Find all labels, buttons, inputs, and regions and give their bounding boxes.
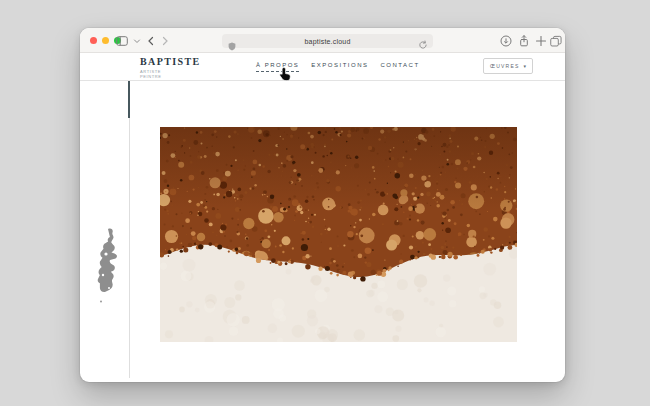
new-tab-icon[interactable] — [535, 35, 547, 47]
downloads-icon[interactable] — [500, 35, 512, 47]
site-logo-title: BAPTISTE — [140, 57, 201, 67]
map-silhouette-graphic — [93, 228, 123, 304]
address-bar[interactable]: baptiste.cloud — [222, 34, 433, 48]
share-icon[interactable] — [518, 35, 530, 47]
tab-overview-icon[interactable] — [550, 35, 562, 47]
artwork-image — [160, 127, 517, 342]
browser-toolbar: baptiste.cloud — [80, 28, 565, 53]
back-icon[interactable] — [145, 35, 157, 47]
browser-window: baptiste.cloud — [80, 28, 565, 382]
minimize-button[interactable] — [102, 37, 109, 44]
nav-item-expositions[interactable]: EXPOSITIONS — [311, 62, 368, 72]
forward-icon[interactable] — [159, 35, 171, 47]
nav-item-a-propos[interactable]: À PROPOS — [256, 62, 299, 72]
reload-icon[interactable] — [418, 36, 428, 54]
site-logo[interactable]: BAPTISTE ARTISTE PEINTRE — [140, 57, 201, 79]
url-text: baptiste.cloud — [305, 38, 351, 45]
chevron-down-icon[interactable] — [131, 35, 143, 47]
sidebar-icon[interactable] — [116, 35, 128, 47]
nav-item-contact[interactable]: CONTACT — [381, 62, 420, 72]
shield-icon[interactable] — [228, 37, 236, 55]
works-dropdown-button[interactable]: ŒUVRES ▾ — [483, 58, 533, 74]
pointer-cursor-icon — [279, 67, 291, 81]
site-header: BAPTISTE ARTISTE PEINTRE À PROPOS EXPOSI… — [80, 53, 565, 81]
site-logo-tagline: ARTISTE PEINTRE — [140, 69, 201, 80]
chevron-down-icon: ▾ — [523, 64, 526, 69]
divider-rule — [129, 118, 130, 378]
accent-rule — [128, 81, 130, 118]
close-button[interactable] — [90, 37, 97, 44]
